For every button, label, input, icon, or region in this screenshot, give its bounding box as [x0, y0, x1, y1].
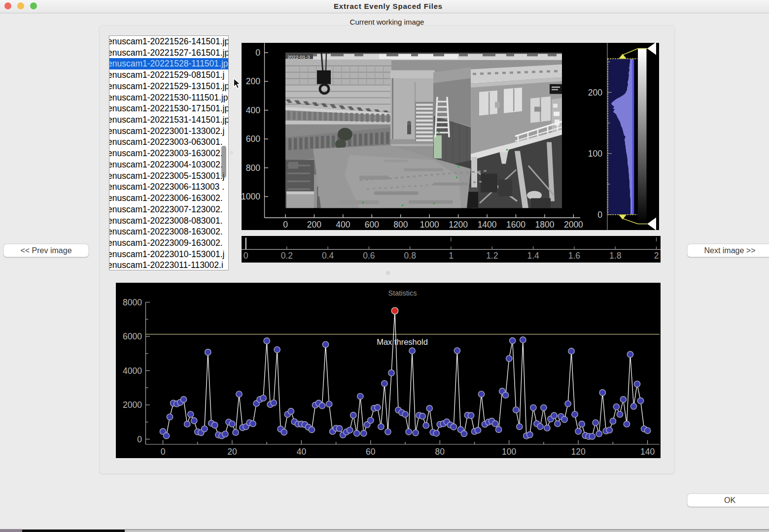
svg-text:0: 0	[597, 210, 602, 220]
svg-text:2: 2	[654, 251, 659, 261]
svg-text:1.2: 1.2	[486, 251, 498, 261]
svg-text:Max threshold: Max threshold	[377, 337, 428, 346]
svg-text:1: 1	[449, 251, 454, 261]
svg-text:20: 20	[227, 447, 237, 457]
svg-text:4000: 4000	[123, 366, 142, 376]
svg-text:0.4: 0.4	[322, 251, 334, 261]
svg-text:1.6: 1.6	[568, 251, 580, 261]
svg-text:1.8: 1.8	[609, 251, 621, 261]
svg-text:6000: 6000	[123, 332, 142, 341]
svg-text:40: 40	[297, 447, 307, 457]
svg-text:1.4: 1.4	[527, 251, 539, 261]
svg-text:1400: 1400	[478, 220, 497, 230]
svg-text:800: 800	[246, 163, 260, 173]
svg-text:1200: 1200	[449, 220, 468, 230]
svg-text:2000: 2000	[564, 220, 583, 230]
svg-text:0: 0	[283, 220, 288, 230]
svg-text:0: 0	[255, 48, 260, 58]
svg-text:2000: 2000	[123, 400, 142, 410]
svg-text:2022-01-3: 2022-01-3	[287, 54, 310, 60]
svg-text:1600: 1600	[506, 220, 525, 230]
svg-text:200: 200	[307, 220, 321, 230]
svg-text:600: 600	[246, 134, 260, 144]
svg-text:400: 400	[336, 220, 350, 230]
svg-text:0: 0	[161, 447, 166, 457]
svg-text:400: 400	[246, 105, 260, 115]
svg-text:0: 0	[137, 434, 142, 444]
svg-text:1000: 1000	[242, 192, 260, 201]
svg-text:1000: 1000	[420, 220, 439, 230]
svg-text:0: 0	[244, 251, 248, 261]
svg-text:100: 100	[502, 447, 516, 457]
svg-text:140: 140	[640, 447, 655, 457]
svg-text:100: 100	[588, 149, 602, 159]
svg-text:200: 200	[588, 88, 602, 98]
svg-text:120: 120	[571, 447, 585, 457]
svg-text:0.8: 0.8	[404, 251, 416, 261]
svg-text:0.2: 0.2	[281, 251, 293, 261]
svg-text:80: 80	[435, 447, 445, 457]
svg-text:800: 800	[393, 220, 408, 230]
svg-text:8000: 8000	[123, 298, 142, 307]
svg-text:0.6: 0.6	[363, 251, 375, 261]
svg-text:Statistics: Statistics	[388, 289, 417, 297]
svg-text:200: 200	[246, 76, 260, 86]
svg-text:60: 60	[366, 447, 376, 457]
svg-text:600: 600	[365, 220, 379, 230]
svg-text:1800: 1800	[535, 220, 555, 230]
